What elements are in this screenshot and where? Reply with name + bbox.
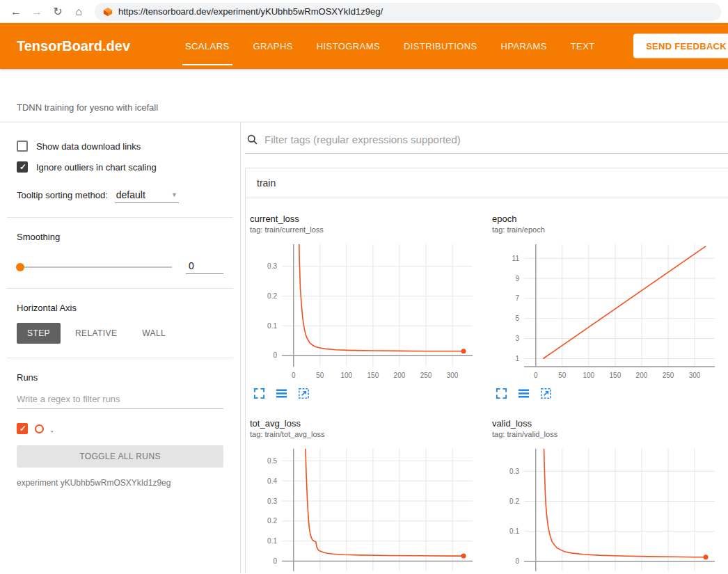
site-favicon-icon bbox=[103, 7, 113, 17]
experiment-caption: experiment yKUbhb5wRmOSXYkId1z9eg bbox=[17, 478, 223, 488]
svg-text:100: 100 bbox=[341, 372, 353, 379]
svg-text:100: 100 bbox=[583, 372, 595, 379]
selected-option: default bbox=[116, 189, 145, 200]
svg-text:250: 250 bbox=[420, 372, 432, 379]
axis-step-button[interactable]: STEP bbox=[17, 323, 61, 344]
main-panel: train current_loss tag: train/current_lo… bbox=[241, 122, 728, 573]
fit-domain-icon[interactable] bbox=[297, 387, 310, 400]
expand-chart-icon[interactable] bbox=[495, 387, 508, 400]
svg-text:300: 300 bbox=[447, 372, 459, 379]
svg-text:3: 3 bbox=[515, 335, 519, 342]
tooltip-sorting-select[interactable]: default ▼ bbox=[115, 189, 179, 203]
run-row[interactable]: . bbox=[17, 423, 223, 434]
chart-tag: tag: train/current_loss bbox=[250, 225, 491, 234]
smoothing-value-input[interactable]: 0 bbox=[186, 260, 223, 274]
back-icon[interactable]: ← bbox=[7, 3, 25, 21]
divider bbox=[7, 358, 233, 358]
tab-distributions[interactable]: DISTRIBUTIONS bbox=[392, 23, 489, 69]
tab-scalars[interactable]: SCALARS bbox=[173, 23, 242, 69]
run-checkbox-icon[interactable] bbox=[17, 423, 28, 434]
browser-toolbar: ← → ↻ ⌂ https://tensorboard.dev/experime… bbox=[0, 0, 728, 23]
axis-button-label: RELATIVE bbox=[75, 328, 117, 338]
svg-text:250: 250 bbox=[663, 372, 674, 379]
show-download-links-checkbox[interactable]: Show data download links bbox=[17, 141, 223, 152]
runs-table-icon[interactable] bbox=[517, 387, 530, 400]
svg-text:0: 0 bbox=[292, 372, 296, 379]
tab-histograms[interactable]: HISTOGRAMS bbox=[305, 23, 392, 69]
chart-epoch: epoch tag: train/epoch 05010015020025030… bbox=[491, 214, 728, 400]
chart-tot-avg-loss: tot_avg_loss tag: train/tot_avg_loss 050… bbox=[248, 418, 491, 573]
train-section-header[interactable]: train bbox=[246, 168, 728, 198]
ignore-outliers-checkbox[interactable]: Ignore outliers in chart scaling bbox=[17, 161, 223, 173]
expand-chart-icon[interactable] bbox=[253, 387, 266, 400]
checkbox-label: Ignore outliers in chart scaling bbox=[36, 162, 157, 173]
settings-sidebar: Show data download links Ignore outliers… bbox=[0, 122, 241, 573]
checkbox-label: Show data download links bbox=[36, 141, 141, 152]
svg-text:50: 50 bbox=[558, 372, 567, 379]
svg-text:0.1: 0.1 bbox=[509, 527, 519, 535]
svg-text:0: 0 bbox=[534, 372, 538, 379]
svg-text:1: 1 bbox=[515, 355, 519, 362]
app-header: TensorBoard.dev SCALARS GRAPHS HISTOGRAM… bbox=[0, 23, 728, 69]
svg-text:0.2: 0.2 bbox=[267, 292, 277, 300]
filter-tags-input[interactable] bbox=[264, 134, 728, 145]
send-feedback-button[interactable]: SEND FEEDBACK bbox=[633, 34, 728, 58]
tab-label: GRAPHS bbox=[253, 41, 293, 51]
search-icon bbox=[246, 134, 258, 145]
tab-label: SCALARS bbox=[185, 41, 230, 51]
run-name: . bbox=[51, 424, 54, 434]
line-chart[interactable]: 05010015020025030000.10.20.3 bbox=[250, 240, 480, 383]
horizontal-axis-label: Horizontal Axis bbox=[17, 303, 223, 313]
tooltip-sorting-label: Tooltip sorting method: bbox=[17, 190, 108, 200]
tab-text[interactable]: TEXT bbox=[559, 23, 607, 69]
home-icon[interactable]: ⌂ bbox=[70, 3, 88, 21]
svg-text:0: 0 bbox=[515, 557, 519, 565]
runs-label: Runs bbox=[17, 372, 223, 383]
line-chart[interactable]: 05010015020025030000.10.20.30.40.5 bbox=[250, 445, 480, 573]
chart-toolbar bbox=[492, 387, 728, 400]
address-bar[interactable]: https://tensorboard.dev/experiment/yKUbh… bbox=[95, 3, 721, 21]
tab-label: HISTOGRAMS bbox=[317, 41, 380, 51]
chart-valid-loss: valid_loss tag: train/valid_loss 5010015… bbox=[491, 418, 728, 573]
filter-tags-row bbox=[245, 131, 728, 154]
axis-relative-button[interactable]: RELATIVE bbox=[65, 323, 127, 344]
smoothing-label: Smoothing bbox=[17, 232, 223, 242]
horizontal-axis-buttons: STEP RELATIVE WALL bbox=[17, 323, 223, 344]
line-chart[interactable]: 5010015020025030000.10.20.3 bbox=[492, 445, 722, 573]
svg-text:300: 300 bbox=[689, 372, 701, 379]
tooltip-sorting-row: Tooltip sorting method: default ▼ bbox=[17, 189, 223, 203]
tab-graphs[interactable]: GRAPHS bbox=[242, 23, 305, 69]
run-color-swatch-icon bbox=[35, 424, 44, 433]
chart-tag: tag: train/valid_loss bbox=[492, 430, 728, 438]
train-section-card: train current_loss tag: train/current_lo… bbox=[245, 168, 728, 573]
runs-table-icon[interactable] bbox=[275, 387, 288, 400]
chevron-down-icon: ▼ bbox=[171, 191, 177, 198]
divider bbox=[7, 217, 233, 218]
forward-icon[interactable]: → bbox=[28, 3, 46, 21]
axis-wall-button[interactable]: WALL bbox=[132, 323, 176, 344]
slider-thumb[interactable] bbox=[16, 263, 24, 271]
chart-title: tot_avg_loss bbox=[250, 418, 491, 429]
chart-title: current_loss bbox=[250, 214, 491, 224]
svg-text:0.1: 0.1 bbox=[267, 322, 277, 330]
svg-text:7: 7 bbox=[515, 294, 519, 302]
url-text: https://tensorboard.dev/experiment/yKUbh… bbox=[118, 6, 383, 17]
svg-text:0.3: 0.3 bbox=[267, 262, 277, 270]
reload-icon[interactable]: ↻ bbox=[49, 3, 67, 21]
chart-tag: tag: train/epoch bbox=[492, 225, 728, 234]
fit-domain-icon[interactable] bbox=[539, 387, 553, 400]
runs-filter-input[interactable] bbox=[17, 390, 223, 409]
tab-hparams[interactable]: HPARAMS bbox=[489, 23, 559, 69]
line-chart[interactable]: 0501001502002503001357911 bbox=[492, 240, 722, 383]
svg-text:50: 50 bbox=[316, 372, 324, 379]
svg-text:150: 150 bbox=[610, 372, 622, 379]
svg-text:200: 200 bbox=[636, 372, 648, 379]
svg-text:200: 200 bbox=[394, 372, 406, 379]
chart-current-loss: current_loss tag: train/current_loss 050… bbox=[248, 214, 491, 400]
chart-title: valid_loss bbox=[492, 418, 728, 429]
experiment-title: TDNN training for yesno with icefall bbox=[17, 102, 158, 113]
smoothing-slider[interactable] bbox=[17, 266, 172, 268]
svg-text:9: 9 bbox=[515, 275, 519, 282]
charts-grid: current_loss tag: train/current_loss 050… bbox=[246, 198, 728, 573]
toggle-all-runs-button[interactable]: TOGGLE ALL RUNS bbox=[17, 445, 223, 468]
